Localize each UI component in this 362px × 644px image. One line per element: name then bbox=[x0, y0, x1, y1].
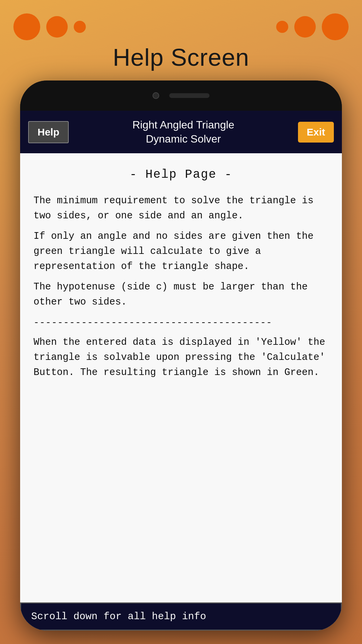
help-text-body: The minimum requirement to solve the tri… bbox=[34, 194, 328, 602]
decoration-circles-right bbox=[276, 13, 349, 40]
phone-camera bbox=[153, 92, 159, 99]
help-button[interactable]: Help bbox=[28, 121, 69, 143]
app-navbar: Help Right Angled Triangle Dynamic Solve… bbox=[20, 111, 342, 153]
help-divider-text: ---------------------------------------- bbox=[34, 315, 328, 330]
phone-inner: Help Right Angled Triangle Dynamic Solve… bbox=[20, 80, 342, 631]
help-para-4: When the entered data is displayed in 'Y… bbox=[34, 335, 328, 380]
circle-right-large bbox=[322, 13, 349, 40]
decoration-circles-left bbox=[13, 13, 86, 40]
app-title-line2: Dynamic Solver bbox=[146, 133, 221, 145]
scroll-hint-text: Scroll down for all help info bbox=[31, 611, 331, 622]
circle-left-small bbox=[74, 21, 86, 33]
phone-speaker bbox=[169, 93, 209, 98]
help-para-1: The minimum requirement to solve the tri… bbox=[34, 194, 328, 224]
exit-button[interactable]: Exit bbox=[298, 122, 334, 143]
help-page-title: - Help Page - bbox=[34, 168, 328, 181]
scroll-hint-bar: Scroll down for all help info bbox=[20, 602, 342, 631]
circle-right-medium bbox=[294, 16, 316, 38]
app-inner: - Help Page - The minimum requirement to… bbox=[34, 168, 328, 621]
circle-right-small bbox=[276, 21, 288, 33]
help-para-2: If only an angle and no sides are given … bbox=[34, 229, 328, 274]
circle-left-large bbox=[13, 13, 40, 40]
phone-frame: Help Right Angled Triangle Dynamic Solve… bbox=[20, 80, 342, 631]
app-title: Right Angled Triangle Dynamic Solver bbox=[132, 118, 234, 146]
circle-left-medium bbox=[46, 16, 68, 38]
app-title-line1: Right Angled Triangle bbox=[132, 119, 234, 131]
help-para-3: The hypotenuse (side c) must be larger t… bbox=[34, 280, 328, 310]
app-content: - Help Page - The minimum requirement to… bbox=[20, 154, 342, 631]
phone-top-bar bbox=[20, 80, 342, 111]
page-title: Help Screen bbox=[0, 44, 362, 71]
